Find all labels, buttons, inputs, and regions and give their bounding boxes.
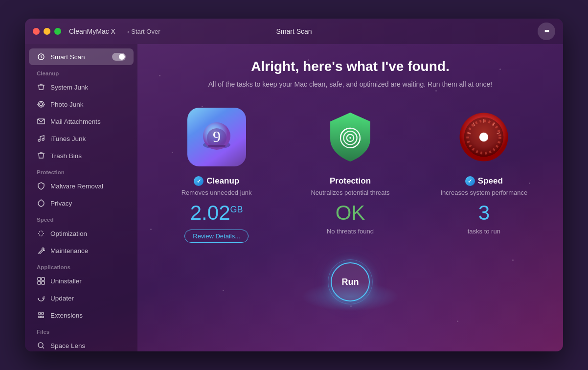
cleanup-value: 2.02GB <box>190 201 243 225</box>
settings-button[interactable]: •• <box>538 23 555 40</box>
mail-attachments-label: Mail Attachments <box>50 118 101 125</box>
sidebar-item-smart-scan[interactable]: Smart Scan <box>29 48 134 65</box>
protection-action-sub: No threats found <box>327 228 374 235</box>
cleanup-title-row: ✓ Cleanup <box>194 176 239 186</box>
cards-row: 9 ✓ Cleanup Removes unneeded junk 2.02GB… <box>150 108 551 243</box>
svg-rect-6 <box>42 278 45 280</box>
svg-rect-7 <box>38 281 41 284</box>
photo-junk-label: Photo Junk <box>50 101 84 108</box>
protection-section-label: Protection <box>25 164 137 177</box>
malware-icon <box>37 182 45 190</box>
start-over-button[interactable]: ‹ Start Over <box>127 28 160 35</box>
cleanup-title: Cleanup <box>206 176 239 186</box>
chevron-left-icon: ‹ <box>127 28 129 35</box>
main-panel: Alright, here's what I've found. All of … <box>137 44 563 351</box>
minimize-button[interactable] <box>44 28 50 35</box>
sidebar-item-uninstaller[interactable]: Uninstaller <box>29 273 134 289</box>
sidebar-item-trash-bins[interactable]: Trash Bins <box>29 147 134 164</box>
smart-scan-label: Smart Scan <box>50 53 85 61</box>
smart-scan-toggle[interactable] <box>112 53 126 61</box>
protection-title-row: Protection <box>330 176 371 186</box>
speed-title: Speed <box>478 176 503 186</box>
protection-card: Protection Neutralizes potential threats… <box>292 108 409 243</box>
speed-title-row: ✓ Speed <box>465 176 503 186</box>
sidebar-item-extensions[interactable]: Extensions <box>29 307 134 324</box>
maximize-button[interactable] <box>54 28 61 35</box>
malware-removal-label: Malware Removal <box>50 183 103 190</box>
cleanup-value-number: 2.02 <box>190 201 230 224</box>
speed-section-label: Speed <box>25 212 137 225</box>
run-button[interactable]: Run <box>331 262 370 301</box>
system-junk-icon <box>37 83 45 92</box>
space-lens-icon <box>37 341 45 350</box>
svg-rect-5 <box>38 278 41 280</box>
applications-section-label: Applications <box>25 259 137 272</box>
sidebar-item-updater[interactable]: Updater <box>29 290 134 306</box>
trash-icon <box>37 151 45 160</box>
smart-scan-icon <box>37 52 45 61</box>
start-over-label: Start Over <box>131 28 160 35</box>
speed-subtitle: Increases system performance <box>440 189 527 196</box>
protection-icon <box>321 108 380 166</box>
uninstaller-icon <box>37 277 45 285</box>
protection-title: Protection <box>330 176 371 186</box>
speed-icon <box>454 108 513 166</box>
optimization-label: Optimization <box>50 230 87 237</box>
sidebar-item-mail-attachments[interactable]: Mail Attachments <box>29 113 134 130</box>
updater-icon <box>37 294 45 302</box>
svg-point-19 <box>349 137 351 139</box>
updater-label: Updater <box>50 295 74 302</box>
dots-icon: •• <box>544 26 549 37</box>
main-subheadline: All of the tasks to keep your Mac clean,… <box>208 80 493 88</box>
privacy-label: Privacy <box>50 200 72 207</box>
cleanup-section-label: Cleanup <box>25 66 137 78</box>
trash-bins-label: Trash Bins <box>50 152 82 160</box>
window-title: Smart Scan <box>276 27 312 35</box>
extensions-icon <box>37 311 45 320</box>
sidebar-item-malware-removal[interactable]: Malware Removal <box>29 178 134 194</box>
sidebar-item-photo-junk[interactable]: Photo Junk <box>29 96 134 113</box>
speed-action-sub: tasks to run <box>468 228 500 235</box>
close-button[interactable] <box>33 28 40 35</box>
cleanup-card: 9 ✓ Cleanup Removes unneeded junk 2.02GB… <box>158 108 275 243</box>
speed-check-icon: ✓ <box>465 176 475 186</box>
titlebar: CleanMyMac X ‹ Start Over Smart Scan •• <box>25 19 563 44</box>
music-icon <box>37 134 45 143</box>
mail-icon <box>37 117 45 126</box>
protection-value: OK <box>336 201 365 225</box>
maintenance-label: Maintenance <box>50 247 88 254</box>
content-area: Smart Scan Cleanup System Junk Photo Jun… <box>25 44 563 351</box>
sidebar-item-optimization[interactable]: Optimization <box>29 225 134 242</box>
space-lens-label: Space Lens <box>50 342 85 349</box>
svg-rect-8 <box>42 281 45 284</box>
svg-text:9: 9 <box>213 128 221 145</box>
cleanup-unit: GB <box>230 205 243 214</box>
cleanup-check-icon: ✓ <box>194 176 204 186</box>
svg-point-1 <box>40 103 43 106</box>
app-title: CleanMyMac X <box>69 27 115 35</box>
optimization-icon <box>37 229 45 238</box>
svg-point-3 <box>38 139 40 141</box>
sidebar: Smart Scan Cleanup System Junk Photo Jun… <box>25 44 137 351</box>
cleanup-subtitle: Removes unneeded junk <box>181 189 252 196</box>
speed-card: ✓ Speed Increases system performance 3 t… <box>425 108 543 243</box>
review-details-button[interactable]: Review Details... <box>184 230 249 243</box>
privacy-icon <box>37 199 45 208</box>
app-window: CleanMyMac X ‹ Start Over Smart Scan •• … <box>25 19 563 351</box>
svg-point-4 <box>42 139 44 140</box>
speed-value: 3 <box>478 201 490 225</box>
svg-point-9 <box>38 343 43 347</box>
system-junk-label: System Junk <box>50 84 88 91</box>
maintenance-icon <box>37 246 45 255</box>
sidebar-item-system-junk[interactable]: System Junk <box>29 79 134 95</box>
sidebar-item-maintenance[interactable]: Maintenance <box>29 242 134 259</box>
svg-rect-15 <box>208 145 226 147</box>
cleanup-icon: 9 <box>187 108 246 166</box>
svg-point-23 <box>479 133 488 141</box>
speed-value-number: 3 <box>478 201 490 224</box>
uninstaller-label: Uninstaller <box>50 278 82 285</box>
sidebar-item-space-lens[interactable]: Space Lens <box>29 337 134 351</box>
sidebar-item-privacy[interactable]: Privacy <box>29 195 134 211</box>
files-section-label: Files <box>25 324 137 337</box>
sidebar-item-itunes-junk[interactable]: iTunes Junk <box>29 130 134 147</box>
